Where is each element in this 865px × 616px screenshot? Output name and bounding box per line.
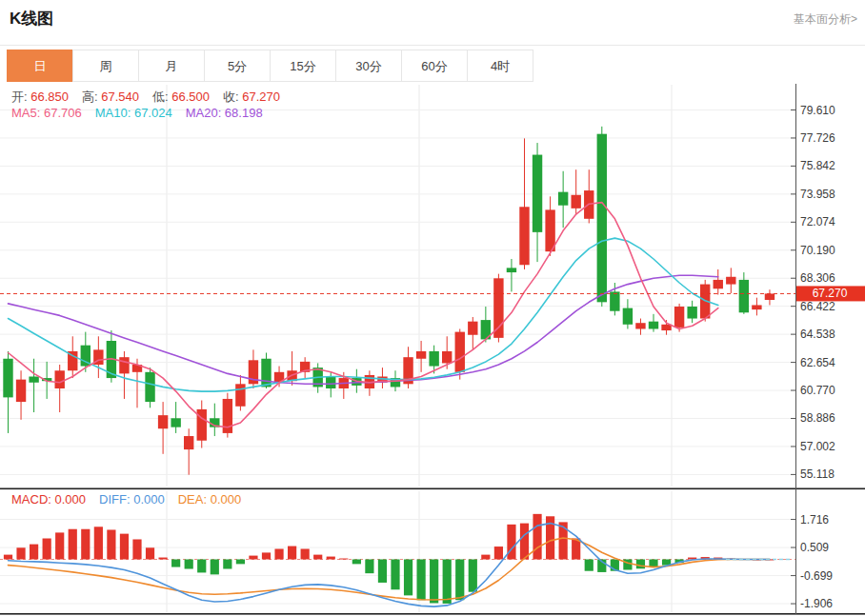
macd-bar: [236, 560, 245, 565]
macd-bar: [274, 549, 283, 560]
macd-bar: [455, 560, 464, 601]
macd-bar: [197, 560, 206, 573]
macd-bar: [533, 514, 541, 560]
ma-item: MA10: 67.024: [95, 106, 172, 120]
candle-body: [519, 207, 529, 265]
macd-bar: [339, 559, 348, 560]
tab-4时[interactable]: 4时: [467, 50, 533, 82]
macd-bar: [262, 552, 271, 559]
candle-body: [326, 377, 335, 389]
timeframe-tabs: 日周月5分15分30分60分4时: [8, 50, 533, 82]
kline-page: K线图 基本面分析> 日周月5分15分30分60分4时 开: 66.850高: …: [0, 0, 865, 616]
candle-body: [145, 372, 154, 402]
fundamental-analysis-link[interactable]: 基本面分析>: [794, 11, 857, 28]
macd-bar: [391, 560, 399, 590]
macd-bar: [430, 560, 438, 604]
macd-bar: [378, 560, 387, 583]
candle-body: [442, 351, 452, 364]
macd-bar: [69, 529, 77, 560]
candle-body: [597, 134, 607, 303]
macd-readout: MACD: 0.000DIFF: 0.000DEA: 0.000: [11, 492, 254, 507]
candle-body: [429, 351, 438, 367]
macd-item: DEA: 0.000: [178, 492, 242, 507]
macd-bar: [365, 560, 373, 574]
tab-5分[interactable]: 5分: [204, 50, 271, 82]
macd-bar: [327, 557, 335, 560]
ohlc-item: 低: 66.500: [152, 89, 210, 104]
candle-body: [455, 332, 465, 372]
macd-bar: [636, 560, 645, 569]
price-axis-label: 57.002: [800, 440, 835, 453]
bottom-border: [0, 613, 865, 615]
candle-body: [507, 268, 516, 272]
price-axis-label: 64.538: [800, 328, 835, 341]
price-axis-label: 77.726: [800, 131, 835, 145]
macd-bar: [43, 539, 51, 560]
candle-body: [468, 322, 477, 335]
macd-axis-label: -0.699: [800, 569, 833, 583]
macd-bar: [585, 560, 593, 571]
macd-bar: [223, 560, 231, 569]
macd-bar: [249, 556, 257, 560]
macd-bar: [171, 560, 180, 567]
macd-bar: [288, 546, 296, 560]
macd-bar: [352, 560, 361, 565]
page-title: K线图: [10, 8, 53, 30]
price-axis-label: 58.886: [800, 411, 835, 425]
tab-60分[interactable]: 60分: [401, 50, 468, 82]
macd-bar: [159, 558, 168, 560]
macd-bar: [4, 555, 12, 560]
candle-body: [649, 322, 658, 329]
price-axis-label: 60.770: [800, 384, 835, 397]
kline-chart-canvas[interactable]: 79.61077.72675.84273.95872.07470.19068.3…: [0, 83, 865, 616]
candle-body: [533, 155, 542, 232]
macd-bar: [469, 560, 477, 592]
candle-body: [739, 280, 749, 312]
candle-body: [223, 399, 232, 433]
macd-bar: [313, 555, 322, 560]
tab-30分[interactable]: 30分: [335, 50, 402, 82]
macd-bar: [301, 549, 310, 560]
candle-body: [158, 415, 168, 428]
tab-月[interactable]: 月: [138, 50, 205, 82]
candle-body: [119, 357, 129, 373]
ma-item: MA5: 67.706: [11, 106, 82, 120]
last-price-badge-label: 67.270: [813, 287, 848, 300]
price-axis-label: 79.610: [800, 104, 835, 117]
macd-bar: [120, 534, 129, 560]
macd-bar: [146, 547, 154, 559]
macd-bar: [481, 555, 490, 560]
macd-bar: [81, 529, 90, 560]
ohlc-item: 收: 67.270: [223, 89, 280, 104]
macd-item: MACD: 0.000: [11, 492, 86, 507]
candle-body: [765, 293, 774, 300]
macd-bar: [16, 547, 25, 559]
ohlc-item: 高: 67.540: [82, 89, 139, 104]
panel-divider: [0, 488, 865, 490]
candle-body: [687, 307, 696, 319]
tab-日[interactable]: 日: [7, 50, 73, 82]
price-axis-label: 72.074: [800, 215, 835, 229]
tab-15分[interactable]: 15分: [270, 50, 336, 82]
macd-bar: [211, 560, 219, 575]
ohlc-item: 开: 66.850: [11, 89, 69, 104]
candle-body: [572, 195, 581, 209]
macd-bar: [520, 524, 529, 560]
candles-group: [3, 127, 774, 475]
tab-周[interactable]: 周: [72, 50, 139, 82]
macd-bar: [507, 525, 515, 560]
macd-bar: [30, 545, 38, 560]
header-divider: [0, 45, 865, 46]
candle-body: [726, 277, 735, 285]
macd-histogram: [4, 514, 774, 604]
candle-body: [545, 209, 554, 251]
macd-bar: [443, 560, 452, 604]
macd-axis-label: 0.509: [800, 541, 829, 554]
candle-body: [29, 377, 38, 383]
ma5-line: [9, 203, 718, 427]
candle-body: [55, 370, 65, 388]
candle-body: [635, 323, 645, 328]
price-axis-label: 62.654: [800, 356, 835, 369]
macd-bar: [55, 532, 64, 559]
candle-body: [493, 278, 503, 338]
